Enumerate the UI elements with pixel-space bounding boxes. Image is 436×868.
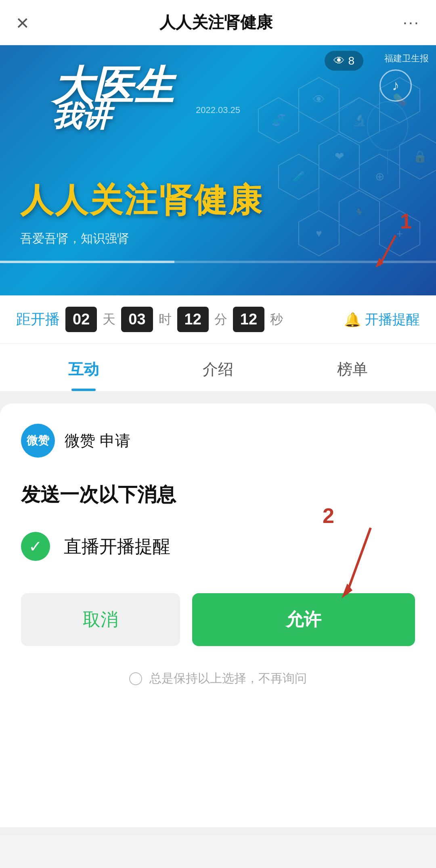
countdown-days-unit: 天 <box>103 311 115 328</box>
svg-line-24 <box>379 123 400 132</box>
countdown-mins-value: 12 <box>177 307 209 332</box>
countdown-secs-unit: 秒 <box>270 311 283 328</box>
banner-progress-bar <box>0 261 436 263</box>
checkmark-icon: ✓ <box>29 537 42 556</box>
footer-note: 总是保持以上选择，不再询问 <box>21 666 415 687</box>
banner-progress-fill <box>0 261 174 263</box>
countdown-label: 距开播 <box>16 310 60 329</box>
annotation-2-arrow <box>330 524 391 604</box>
banner-views: 👁 8 <box>325 51 363 71</box>
top-bar: × 人人关注肾健康 ··· <box>0 0 436 45</box>
countdown-hours-value: 03 <box>121 307 153 332</box>
bell-icon: 🔔 <box>344 312 361 328</box>
svg-text:🔬: 🔬 <box>352 113 367 127</box>
svg-line-23 <box>339 98 359 111</box>
music-icon: ♪ <box>392 77 399 94</box>
send-message-title: 发送一次以下消息 <box>21 482 415 508</box>
annotation-1-number: 1 <box>371 209 412 233</box>
modal-overlay: 微赞 微赞 申请 发送一次以下消息 2 ✓ 直播开播提醒 取消 <box>0 391 436 835</box>
banner-date: 2022.03.25 <box>196 105 240 115</box>
tab-hudong[interactable]: 互动 <box>16 344 151 391</box>
countdown-hours-unit: 时 <box>159 311 172 328</box>
annotation-area: 2 ✓ 直播开播提醒 <box>21 532 415 561</box>
eye-icon: 👁 <box>333 54 345 67</box>
banner-main-title: 人人关注肾健康 <box>20 178 263 223</box>
cancel-button[interactable]: 取消 <box>21 593 180 646</box>
banner-logo-main: 大医生 <box>52 65 174 106</box>
modal-sheet: 微赞 微赞 申请 发送一次以下消息 2 ✓ 直播开播提醒 取消 <box>0 404 436 827</box>
remind-label: 开播提醒 <box>365 310 420 329</box>
banner-logo-area: 大医生 我讲 <box>52 65 174 131</box>
countdown-mins-unit: 分 <box>214 311 227 328</box>
svg-line-30 <box>379 235 396 266</box>
svg-text:♥: ♥ <box>316 227 322 239</box>
annotation-1: 1 <box>371 209 412 271</box>
page-title: 人人关注肾健康 <box>159 11 272 33</box>
banner: 👁 🔬 💊 🧬 ❤ ⊕ 🔒 🧪 🏃 ♥ ＋ 福建卫生报 👁 8 ♪ 2022.0… <box>0 45 436 295</box>
svg-text:🧬: 🧬 <box>272 113 286 127</box>
countdown-days-value: 02 <box>65 307 97 332</box>
wezan-avatar-text: 微赞 <box>27 433 49 448</box>
views-count: 8 <box>348 54 354 67</box>
wezan-avatar: 微赞 <box>21 424 55 458</box>
svg-line-22 <box>319 123 339 134</box>
svg-text:🏃: 🏃 <box>353 207 366 220</box>
annotation-1-arrow <box>371 233 412 270</box>
countdown-secs-value: 12 <box>233 307 264 332</box>
close-button[interactable]: × <box>16 12 29 33</box>
banner-subtitle: 吾爱吾肾，知识强肾 <box>20 230 129 247</box>
svg-line-25 <box>339 179 359 190</box>
more-button[interactable]: ··· <box>403 13 420 31</box>
svg-text:❤: ❤ <box>335 150 344 163</box>
wechat-music-icon: ♪ <box>379 69 412 102</box>
checkbox-icon: ✓ <box>21 532 50 561</box>
wezan-name: 微赞 申请 <box>65 431 130 451</box>
svg-text:⊕: ⊕ <box>375 170 384 183</box>
tab-jieshao[interactable]: 介绍 <box>151 344 285 391</box>
svg-line-32 <box>346 528 371 594</box>
svg-point-28 <box>367 102 408 150</box>
tab-bangdan[interactable]: 榜单 <box>285 344 420 391</box>
countdown-bar: 距开播 02 天 03 时 12 分 12 秒 🔔 开播提醒 <box>0 295 436 344</box>
svg-text:🔒: 🔒 <box>413 150 427 163</box>
radio-empty-icon <box>129 672 142 685</box>
svg-text:🧪: 🧪 <box>292 170 306 183</box>
footer-note-text: 总是保持以上选择，不再询问 <box>149 670 307 687</box>
wezan-header: 微赞 微赞 申请 <box>21 424 415 458</box>
tabs-bar: 互动 介绍 榜单 <box>0 344 436 391</box>
checkbox-label: 直播开播提醒 <box>64 535 170 558</box>
banner-source: 福建卫生报 <box>384 52 429 65</box>
svg-text:👁: 👁 <box>313 93 325 106</box>
remind-button[interactable]: 🔔 开播提醒 <box>344 310 420 329</box>
